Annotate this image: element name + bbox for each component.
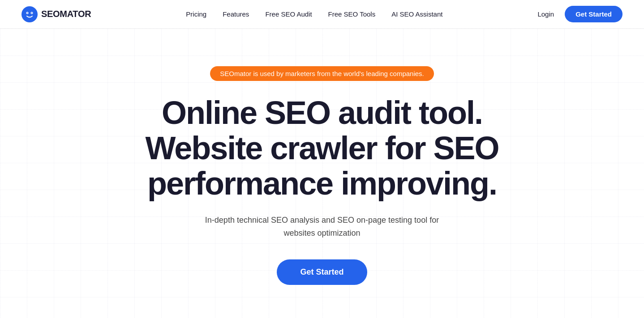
get-started-hero-button[interactable]: Get Started [277, 259, 367, 285]
logo-link[interactable]: SEOMATOR [21, 6, 91, 22]
nav-link-free-seo-audit[interactable]: Free SEO Audit [265, 10, 312, 18]
hero-title-line3: performance improving. [147, 165, 497, 201]
login-link[interactable]: Login [537, 10, 554, 18]
nav-link-ai-seo-assistant[interactable]: AI SEO Assistant [391, 10, 442, 18]
svg-point-0 [21, 6, 38, 22]
navbar: SEOMATOR Pricing Features Free SEO Audit… [0, 0, 644, 29]
hero-section: SEOmator is used by marketers from the w… [0, 29, 644, 318]
hero-title: Online SEO audit tool. Website crawler f… [146, 95, 499, 202]
nav-links: Pricing Features Free SEO Audit Free SEO… [186, 10, 442, 18]
hero-badge: SEOmator is used by marketers from the w… [210, 66, 434, 81]
hero-title-line2: Website crawler for SEO [146, 130, 499, 166]
hero-subtitle: In-depth technical SEO analysis and SEO … [197, 214, 447, 240]
hero-title-line1: Online SEO audit tool. [162, 95, 482, 131]
nav-link-features[interactable]: Features [223, 10, 249, 18]
logo-text: SEOMATOR [41, 9, 91, 19]
nav-link-pricing[interactable]: Pricing [186, 10, 206, 18]
svg-point-3 [27, 13, 28, 13]
logo-icon [21, 6, 38, 22]
navbar-actions: Login Get Started [537, 6, 623, 22]
nav-link-free-seo-tools[interactable]: Free SEO Tools [328, 10, 376, 18]
svg-point-4 [31, 13, 32, 13]
get-started-nav-button[interactable]: Get Started [565, 6, 623, 22]
